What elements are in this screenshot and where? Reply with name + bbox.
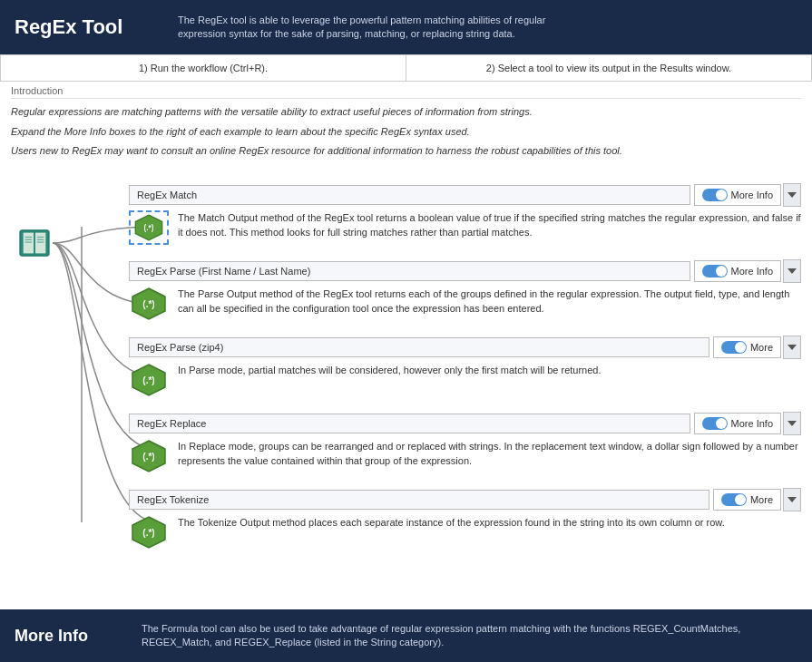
more-info-label-tokenize: More: [750, 494, 773, 505]
header: RegEx Tool The RegEx tool is able to lev…: [0, 0, 812, 54]
more-info-label-parse-name: More Info: [731, 266, 773, 277]
introduction-section: Introduction Regular expressions are mat…: [0, 82, 812, 170]
book-icon: [18, 227, 51, 259]
tool-desc-parse-name: The Parse Output method of the RegEx too…: [178, 287, 801, 316]
tool-row-tokenize: RegEx Tokenize More: [129, 488, 801, 550]
tool-body-parse-zip: (.*) In Parse mode, partial matches will…: [129, 363, 801, 397]
tool-icon-parse-name: (.*): [129, 287, 169, 321]
tool-body-parse-name: (.*) The Parse Output method of the RegE…: [129, 287, 801, 321]
tool-desc-replace: In Replace mode, groups can be rearrange…: [178, 439, 801, 469]
dropdown-tokenize[interactable]: [783, 488, 801, 511]
more-info-btn-parse-name[interactable]: More Info: [694, 260, 781, 282]
footer-title: More Info: [15, 627, 123, 646]
footer-description: The Formula tool can also be used to tak…: [142, 622, 797, 650]
tool-title-replace: RegEx Replace: [129, 414, 690, 433]
tool-row-parse-name: RegEx Parse (First Name / Last Name) Mor…: [129, 259, 801, 321]
step-1: 1) Run the workflow (Ctrl+R).: [1, 55, 406, 81]
step-2: 2) Select a tool to view its output in t…: [406, 55, 811, 81]
footer: More Info The Formula tool can also be u…: [0, 609, 812, 662]
canvas-area: RegEx Match More Info: [0, 170, 812, 588]
svg-marker-25: [788, 497, 797, 502]
more-info-btn-tokenize[interactable]: More: [713, 489, 781, 511]
svg-marker-22: [788, 421, 797, 426]
intro-text: Regular expressions are matching pattern…: [11, 104, 801, 160]
tool-icon-match: (.*): [129, 210, 169, 245]
more-info-label-parse-zip: More: [750, 342, 773, 353]
tool-desc-tokenize: The Tokenize Output method places each s…: [178, 515, 801, 531]
tool-header-match: RegEx Match More Info: [129, 183, 801, 207]
more-info-btn-parse-zip[interactable]: More: [713, 336, 781, 358]
svg-text:(.*): (.*): [142, 452, 154, 462]
more-info-btn-replace[interactable]: More Info: [694, 413, 781, 434]
dropdown-parse-name[interactable]: [783, 259, 801, 283]
tool-title-parse-name: RegEx Parse (First Name / Last Name): [129, 261, 690, 281]
tool-body-match: (.*) The Match Output method of the RegE…: [129, 210, 801, 245]
tool-title-tokenize: RegEx Tokenize: [129, 490, 709, 510]
tool-desc-match: The Match Output method of the RegEx too…: [178, 210, 801, 240]
toggle-parse-zip[interactable]: [721, 341, 747, 354]
more-info-label-match: More Info: [731, 190, 773, 200]
tool-body-tokenize: (.*) The Tokenize Output method places e…: [129, 515, 801, 550]
svg-text:(.*): (.*): [142, 299, 154, 309]
intro-label: Introduction: [11, 85, 801, 99]
svg-marker-13: [788, 192, 797, 198]
tool-icon-replace: (.*): [129, 439, 169, 473]
tool-title-match: RegEx Match: [129, 185, 690, 205]
svg-text:(.*): (.*): [144, 224, 154, 232]
dropdown-replace[interactable]: [783, 412, 801, 435]
toggle-replace[interactable]: [702, 417, 728, 430]
tool-icon-parse-zip: (.*): [129, 363, 169, 397]
steps-bar: 1) Run the workflow (Ctrl+R). 2) Select …: [0, 54, 812, 82]
intro-line-3: Users new to RegEx may want to consult a…: [11, 143, 801, 160]
dropdown-match[interactable]: [783, 183, 801, 207]
tool-header-parse-zip: RegEx Parse (zip4) More: [129, 336, 801, 359]
svg-text:(.*): (.*): [142, 528, 154, 538]
tool-row-match: RegEx Match More Info: [129, 183, 801, 245]
svg-marker-16: [788, 268, 797, 274]
intro-line-1: Regular expressions are matching pattern…: [11, 104, 801, 121]
svg-marker-19: [788, 345, 797, 350]
tool-header-tokenize: RegEx Tokenize More: [129, 488, 801, 511]
tool-header-replace: RegEx Replace More Info: [129, 412, 801, 435]
intro-line-2: Expand the More Info boxes to the right …: [11, 124, 801, 141]
tool-icon-tokenize: (.*): [129, 515, 169, 550]
tool-header-parse-name: RegEx Parse (First Name / Last Name) Mor…: [129, 259, 801, 283]
tool-body-replace: (.*) In Replace mode, groups can be rear…: [129, 439, 801, 473]
svg-text:(.*): (.*): [142, 375, 154, 385]
tool-desc-parse-zip: In Parse mode, partial matches will be c…: [178, 363, 801, 378]
app-title: RegEx Tool: [15, 15, 160, 39]
more-info-btn-match[interactable]: More Info: [694, 184, 781, 206]
tool-row-replace: RegEx Replace More Info: [129, 412, 801, 473]
dropdown-parse-zip[interactable]: [783, 336, 801, 359]
toggle-tokenize[interactable]: [721, 493, 747, 506]
main-container: RegEx Tool The RegEx tool is able to lev…: [0, 0, 812, 662]
more-info-label-replace: More Info: [731, 418, 773, 429]
toggle-match[interactable]: [702, 189, 728, 201]
toggle-parse-name[interactable]: [702, 265, 728, 277]
tool-rows: RegEx Match More Info: [129, 180, 801, 550]
content-area: Introduction Regular expressions are mat…: [0, 82, 812, 609]
tool-title-parse-zip: RegEx Parse (zip4): [129, 337, 709, 357]
header-description: The RegEx tool is able to leverage the p…: [178, 14, 568, 42]
tool-row-parse-zip: RegEx Parse (zip4) More: [129, 336, 801, 397]
